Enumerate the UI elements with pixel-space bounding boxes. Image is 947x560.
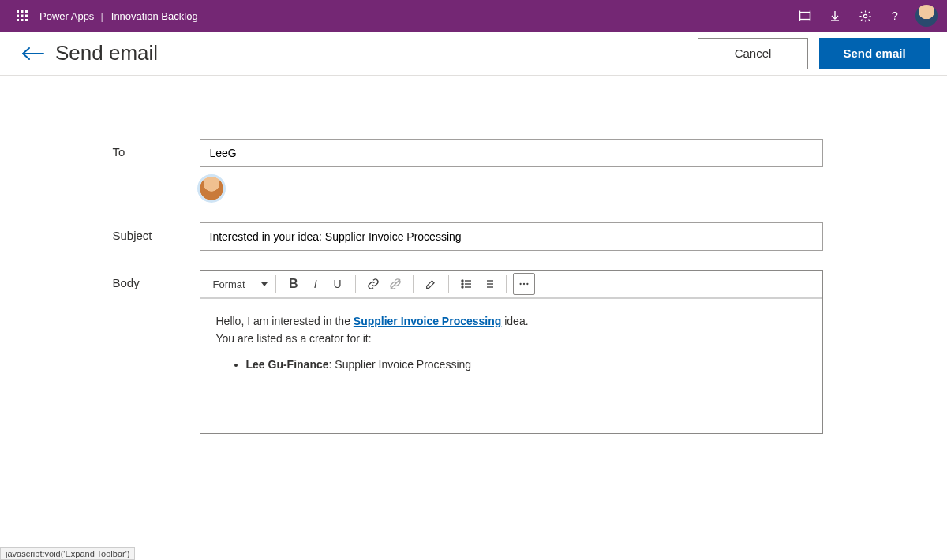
link-icon[interactable] [362,273,384,295]
number-list-icon[interactable] [477,273,500,295]
editor-toolbar: Format B I U [200,271,822,299]
app-name: Innovation Backlog [111,10,198,22]
back-arrow-icon[interactable] [17,39,47,69]
svg-point-18 [462,280,463,282]
app-topbar: Power Apps | Innovation Backlog ? [0,0,947,32]
status-bar: javascript:void('Expand Toolbar') [0,547,135,560]
svg-point-14 [863,14,867,17]
clear-format-icon[interactable] [420,273,442,295]
italic-button[interactable]: I [305,273,327,295]
body-text: idea. [501,315,528,327]
separator: | [100,10,103,22]
page-title: Send email [55,41,158,65]
editor-content[interactable]: Hello, I am interested in the Supplier I… [200,299,822,433]
bullet-list-icon[interactable] [455,273,477,295]
subject-label: Subject [113,222,200,242]
more-toolbar-icon[interactable] [513,273,535,295]
svg-rect-7 [21,19,24,21]
body-editor: Format B I U [200,270,823,434]
svg-rect-9 [800,13,810,20]
svg-text:?: ? [892,9,898,22]
cancel-button[interactable]: Cancel [698,38,808,69]
svg-rect-5 [25,15,28,17]
svg-point-29 [526,283,528,285]
subject-input[interactable] [200,222,823,251]
send-email-button[interactable]: Send email [819,38,930,69]
chevron-down-icon [261,282,268,286]
idea-link[interactable]: Supplier Invoice Processing [354,315,502,327]
user-avatar[interactable] [915,5,938,27]
gear-icon[interactable] [851,0,879,32]
to-input[interactable] [200,139,823,167]
svg-point-27 [519,283,521,285]
fit-screen-icon[interactable] [791,0,819,32]
svg-point-22 [462,286,463,288]
download-icon[interactable] [821,0,849,32]
unlink-icon[interactable] [384,273,406,295]
underline-button[interactable]: U [327,273,349,295]
bold-button[interactable]: B [283,273,305,295]
product-name: Power Apps [39,10,94,22]
svg-rect-4 [21,15,24,17]
svg-rect-0 [17,10,19,13]
creator-list-item: Lee Gu-Finance: Supplier Invoice Process… [246,357,807,374]
svg-rect-2 [25,10,28,13]
svg-rect-1 [21,10,24,13]
body-text: Hello, I am interested in the [216,315,354,327]
svg-point-28 [523,283,525,285]
waffle-icon[interactable] [6,0,38,32]
svg-rect-8 [25,19,28,21]
format-label: Format [213,278,245,290]
body-label: Body [113,270,200,289]
format-dropdown[interactable]: Format [208,278,275,290]
svg-rect-6 [17,19,19,21]
email-form: To Subject Body Format B I U [0,76,947,434]
page-header: Send email Cancel Send email [0,32,947,76]
recipient-chip-avatar[interactable] [200,177,223,200]
to-label: To [113,139,200,159]
help-icon[interactable]: ? [881,0,909,32]
svg-rect-3 [17,15,19,17]
svg-point-20 [462,283,463,285]
body-text: You are listed as a creator for it: [216,330,807,348]
